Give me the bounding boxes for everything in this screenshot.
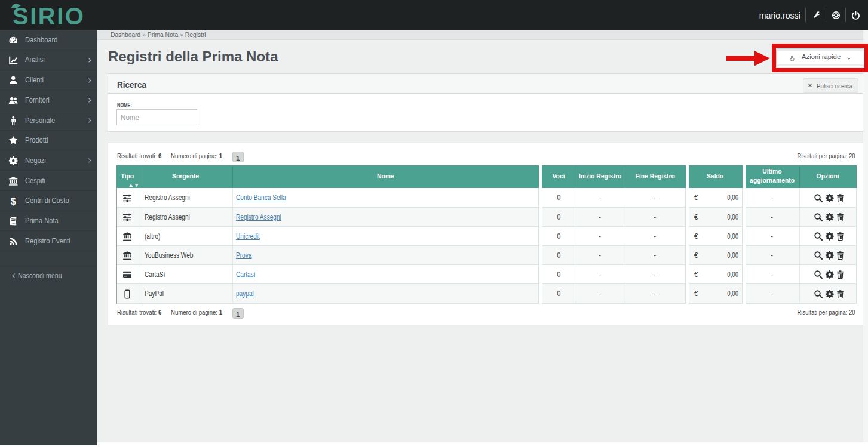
- svg-text:$: $: [11, 196, 16, 206]
